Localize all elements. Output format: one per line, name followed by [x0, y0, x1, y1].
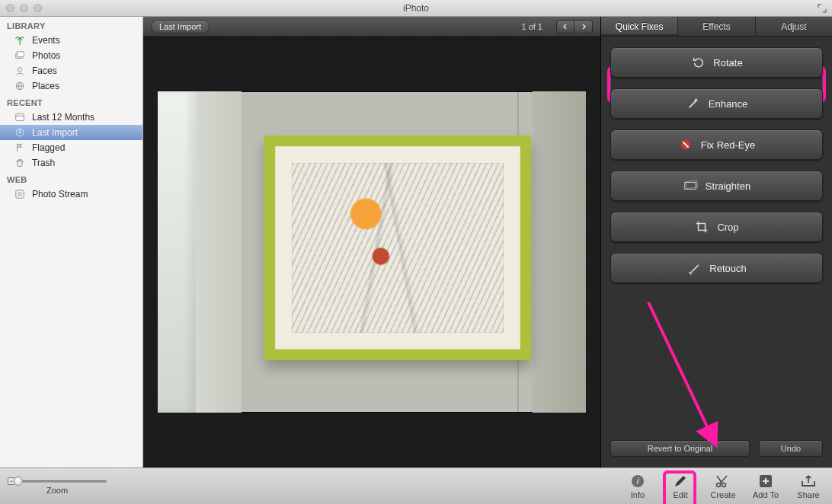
tab-quick-fixes[interactable]: Quick Fixes [601, 17, 678, 36]
photo-content [158, 91, 586, 413]
sidebar-item-trash[interactable]: Trash [0, 155, 142, 171]
sidebar-item-last-import[interactable]: Last Import [0, 125, 142, 140]
scissors-icon [712, 474, 734, 489]
viewer-nav [556, 20, 593, 33]
button-label: Fix Red-Eye [701, 139, 756, 151]
svg-rect-1 [18, 52, 24, 57]
palm-icon [14, 34, 26, 46]
fix-redeye-button[interactable]: Fix Red-Eye [610, 129, 823, 160]
button-label: Retouch [709, 263, 746, 274]
sidebar-item-label: Last Import [32, 127, 78, 138]
annotation-arrow [641, 298, 763, 443]
button-label: Undo [781, 444, 801, 453]
viewer-title-chip[interactable]: Last Import [151, 20, 210, 33]
svg-rect-6 [16, 190, 24, 199]
tab-label: Effects [702, 21, 730, 32]
crop-icon [694, 219, 709, 234]
undo-button[interactable]: Undo [759, 440, 823, 457]
import-icon [14, 126, 26, 139]
stream-icon [14, 188, 26, 200]
sidebar-item-last12[interactable]: Last 12 Months [0, 110, 142, 125]
toolbar-label: Create [710, 490, 735, 499]
bottom-toolbar: − Zoom i Info Edit Create Add [0, 467, 832, 504]
toolbar-label: Share [797, 490, 819, 499]
zoom-label: Zoom [46, 486, 68, 495]
sidebar-item-events[interactable]: Events [0, 33, 142, 48]
svg-point-13 [717, 483, 721, 486]
toolbar-label: Add To [753, 490, 779, 499]
next-button[interactable] [574, 20, 593, 33]
sidebar-item-faces[interactable]: Faces [0, 63, 142, 78]
face-icon [14, 65, 26, 77]
viewer-canvas[interactable] [143, 37, 600, 467]
button-label: Revert to Original [648, 444, 713, 453]
toolbar-share[interactable]: Share [792, 474, 824, 499]
toolbar-addto[interactable]: Add To [750, 474, 782, 499]
calendar-icon [14, 111, 26, 123]
sidebar-item-label: Photos [32, 50, 60, 61]
button-label: Enhance [709, 98, 747, 110]
toolbar-edit[interactable]: Edit [664, 474, 696, 499]
wand-icon [686, 96, 701, 111]
sidebar-item-label: Last 12 Months [32, 112, 94, 123]
panel-bottom: Revert to Original Undo [601, 440, 832, 467]
info-icon: i [626, 474, 649, 489]
sidebar-item-label: Places [32, 81, 59, 91]
edit-actions: Rotate Enhance Fix Red-Eye Straighten Cr… [601, 37, 832, 283]
sidebar: LIBRARY Events Photos Faces Places RECEN… [0, 17, 142, 467]
brush-icon [686, 260, 702, 276]
redeye-icon [678, 137, 693, 152]
sidebar-item-label: Photo Stream [32, 189, 88, 199]
tab-label: Quick Fixes [616, 21, 664, 32]
svg-point-2 [18, 68, 21, 72]
toolbar-info[interactable]: i Info [622, 474, 654, 499]
photo-viewer: Last Import 1 of 1 [143, 17, 600, 467]
sidebar-item-label: Faces [32, 65, 57, 76]
svg-text:i: i [637, 476, 639, 486]
titlebar: iPhoto [0, 0, 832, 17]
edit-tabs: Quick Fixes Effects Adjust [601, 17, 832, 37]
prev-button[interactable] [556, 20, 574, 33]
zoom-control[interactable]: − Zoom [8, 478, 107, 495]
button-label: Rotate [713, 57, 742, 69]
retouch-button[interactable]: Retouch [610, 253, 823, 283]
rotate-button[interactable]: Rotate [610, 47, 823, 78]
sidebar-item-label: Trash [32, 158, 55, 168]
trash-icon [14, 157, 26, 169]
sidebar-item-photostream[interactable]: Photo Stream [0, 187, 142, 202]
button-label: Straighten [706, 180, 750, 192]
viewer-counter: 1 of 1 [521, 22, 542, 31]
sidebar-item-flagged[interactable]: Flagged [0, 140, 142, 155]
tab-label: Adjust [781, 21, 806, 32]
sidebar-item-label: Flagged [32, 142, 65, 153]
toolbar-label: Edit [674, 490, 688, 499]
straighten-icon [683, 178, 698, 193]
globe-icon [14, 80, 26, 92]
window-title: iPhoto [0, 3, 832, 14]
crop-button[interactable]: Crop [610, 212, 823, 242]
share-icon [797, 474, 820, 489]
rotate-icon [690, 55, 706, 70]
tab-effects[interactable]: Effects [678, 17, 755, 36]
pencil-icon [669, 474, 692, 489]
sidebar-section-recent: RECENT [0, 94, 142, 110]
toolbar-create[interactable]: Create [707, 474, 739, 499]
sidebar-item-label: Events [32, 35, 60, 46]
photos-icon [14, 49, 26, 62]
plus-icon [754, 474, 777, 489]
button-label: Crop [717, 222, 738, 233]
toolbar-label: Info [631, 490, 645, 499]
svg-rect-4 [16, 114, 24, 121]
sidebar-section-web: WEB [0, 171, 142, 187]
tab-adjust[interactable]: Adjust [756, 17, 832, 36]
sidebar-item-photos[interactable]: Photos [0, 48, 142, 63]
flag-icon [14, 142, 26, 154]
straighten-button[interactable]: Straighten [610, 171, 823, 201]
zoom-slider[interactable]: − [8, 478, 107, 484]
edit-panel: Quick Fixes Effects Adjust Rotate Enhanc… [600, 17, 832, 467]
zoom-knob[interactable] [14, 477, 23, 486]
viewer-topbar: Last Import 1 of 1 [143, 17, 600, 37]
sidebar-item-places[interactable]: Places [0, 78, 142, 94]
sidebar-section-library: LIBRARY [0, 17, 142, 33]
enhance-button[interactable]: Enhance [610, 88, 823, 119]
